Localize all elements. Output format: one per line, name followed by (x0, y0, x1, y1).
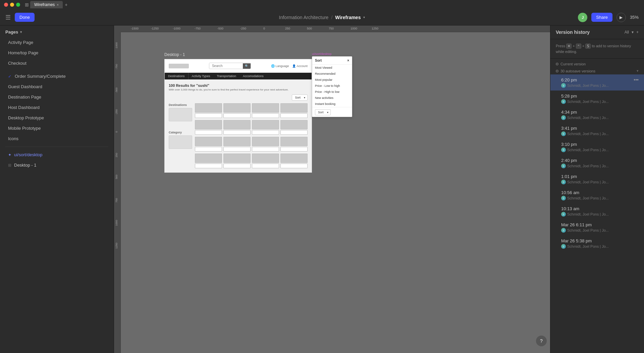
sidebar-item-desktop-1[interactable]: ⊞ Desktop - 1 (3, 160, 111, 170)
menu-icon[interactable]: ☰ (5, 14, 11, 21)
version-author-avatar: S (561, 244, 566, 249)
sort-popup-close-icon[interactable]: × (347, 59, 349, 62)
dropdown-chevron-icon[interactable]: ▾ (363, 15, 365, 19)
sidebar-item-guest-dashboard[interactable]: Guest Dashboard (3, 82, 111, 92)
maximize-button[interactable] (16, 3, 20, 7)
wf-grid-cell[interactable] (280, 103, 308, 113)
minimize-button[interactable] (10, 3, 14, 7)
version-entry-10-13am[interactable]: 10:13 am ••• S Schmidt, Joel Pons | Jo..… (550, 203, 644, 219)
version-entry-6-20pm[interactable]: 6:20 pm ••• S Schmidt, Joel Pons | Jo... (550, 74, 644, 91)
sidebar-item-activity-page[interactable]: Activity Page (3, 38, 111, 47)
sidebar-item-home-page[interactable]: Home/top Page (3, 48, 111, 58)
pages-chevron-icon[interactable]: ▾ (20, 30, 22, 34)
version-author-text: Schmidt, Joel Pons | Jo... (567, 244, 609, 248)
wf-grid-cell[interactable] (195, 137, 222, 146)
version-entry-5-28pm[interactable]: 5:28 pm ••• S Schmidt, Joel Pons | Jo... (550, 91, 644, 107)
wf-search[interactable]: 🔍 (209, 63, 251, 69)
version-author-text: Schmidt, Joel Pons | Jo... (567, 164, 609, 168)
sidebar-item-order-summary[interactable]: ✓ Order Summary/Complete (3, 71, 111, 81)
version-author-text: Schmidt, Joel Pons | Jo... (567, 100, 609, 104)
wf-search-input[interactable] (209, 63, 243, 69)
wf-filter-box[interactable] (169, 135, 192, 149)
wf-search-button[interactable]: 🔍 (243, 63, 251, 69)
sidebar-item-host-dashboard[interactable]: Host Dashboard (3, 103, 111, 112)
sort-popup[interactable]: Sort × Most Viewed Recommended Most popu… (312, 56, 352, 117)
canvas-area[interactable]: -1500 -1250 -1000 -750 -500 -250 0 250 5… (114, 25, 550, 353)
wf-grid-cell[interactable] (280, 137, 308, 146)
wf-grid-cell[interactable] (223, 154, 251, 163)
wf-nav-destinations[interactable]: Destinations (165, 73, 189, 79)
sort-popup-sort-button[interactable]: Sort ▾ (315, 109, 331, 115)
wf-header-right: 🌐 Language 👤 Account (271, 64, 308, 68)
help-button[interactable]: ? (536, 336, 547, 346)
ruler-left: -1000 -750 -500 -250 0 250 500 750 1000 … (114, 32, 121, 353)
wireframe-desktop-1[interactable]: 🔍 🌐 Language 👤 Account Destinations Acti… (164, 59, 312, 173)
wf-nav-accommodations[interactable]: Accomodations (239, 73, 267, 79)
wf-nav-transportation[interactable]: Transportation (213, 73, 239, 79)
wf-grid-cell[interactable] (195, 103, 222, 113)
wf-filter-box[interactable] (169, 108, 192, 121)
wf-grid-cell[interactable] (223, 103, 251, 113)
wf-grid-cell[interactable] (252, 120, 279, 129)
tab-label: Wireframes (34, 2, 55, 7)
sort-option-new-activities[interactable]: New activities (312, 95, 352, 101)
wf-filter-category: Category (169, 131, 192, 149)
version-entry-2-40pm[interactable]: 2:40 pm ••• S Schmidt, Joel Pons | Jo... (550, 155, 644, 171)
wf-grid-cell[interactable] (280, 120, 308, 129)
wf-grid-cell-white (252, 113, 279, 118)
sort-option-recommended[interactable]: Recommended (312, 71, 352, 77)
wf-account-link[interactable]: 👤 Account (292, 64, 308, 68)
wf-grid-cell[interactable] (195, 120, 222, 129)
version-author-avatar: S (561, 212, 566, 217)
sort-option-most-viewed[interactable]: Most Viewed (312, 65, 352, 71)
wf-language-link[interactable]: 🌐 Language (271, 64, 289, 68)
sidebar-item-destination-page[interactable]: Destination Page (3, 92, 111, 102)
sidebar-item-component[interactable]: ✦ ui/sort/desktop (3, 150, 111, 160)
sort-option-price-low[interactable]: Price - Low to high (312, 83, 352, 89)
wf-grid-cell[interactable] (223, 120, 251, 129)
grid-icon[interactable]: ⊞ (25, 2, 29, 7)
version-add-icon[interactable]: + (636, 30, 639, 35)
version-filter-label[interactable]: All (625, 30, 629, 35)
sidebar-item-mobile-prototype[interactable]: Mobile Prototype (3, 123, 111, 133)
version-entry-3-10pm[interactable]: 3:10 pm ••• S Schmidt, Joel Pons | Jo... (550, 139, 644, 155)
wf-grid-cell[interactable] (252, 154, 279, 163)
toolbar-left: ☰ Done (5, 13, 35, 22)
wf-grid-cell[interactable] (280, 154, 308, 163)
sidebar-item-desktop-prototype[interactable]: Desktop Prototype (3, 113, 111, 123)
wf-sort-button[interactable]: Sort ▾ (292, 95, 308, 101)
sort-option-most-popular[interactable]: Most popular (312, 77, 352, 83)
sort-option-instant-booking[interactable]: Instant booking (312, 101, 352, 107)
wireframe-frame-label: Desktop - 1 (164, 52, 185, 57)
version-chevron-icon[interactable]: ▾ (632, 30, 634, 35)
wf-grid-cell[interactable] (195, 154, 222, 163)
share-button[interactable]: Share (591, 13, 612, 22)
close-button[interactable] (4, 3, 8, 7)
tab-close-icon[interactable]: × (57, 3, 59, 7)
zoom-level[interactable]: 35% (630, 15, 639, 20)
wf-grid-cell-white (252, 147, 279, 152)
version-entry-1-01pm[interactable]: 1:01 pm ••• S Schmidt, Joel Pons | Jo... (550, 171, 644, 187)
wf-nav-activity-types[interactable]: Activity Types (189, 73, 214, 79)
wf-grid-cell-white (195, 130, 222, 135)
keyboard-shortcut: ⌃ (576, 44, 581, 49)
sort-option-price-high[interactable]: Price - High to low (312, 89, 352, 95)
sidebar-item-checkout[interactable]: Checkout (3, 58, 111, 68)
wf-grid-area (195, 103, 308, 168)
ruler-label: 750 (115, 198, 118, 202)
version-entry-10-56am[interactable]: 10:56 am ••• S Schmidt, Joel Pons | Jo..… (550, 187, 644, 203)
version-entry-3-41pm[interactable]: 3:41 pm ••• S Schmidt, Joel Pons | Jo... (550, 123, 644, 139)
add-tab-button[interactable]: + (63, 1, 69, 8)
version-entry-mar26-6pm[interactable]: Mar 26 6:11 pm ••• S Schmidt, Joel Pons … (550, 219, 644, 235)
version-entry-4-34pm[interactable]: 4:34 pm ••• S Schmidt, Joel Pons | Jo... (550, 107, 644, 123)
version-more-icon[interactable]: ••• (634, 77, 639, 82)
play-button[interactable]: ▶ (616, 13, 626, 22)
sidebar-item-icons[interactable]: Icons (3, 134, 111, 143)
wf-grid-cell[interactable] (223, 137, 251, 146)
wf-grid-cell[interactable] (252, 137, 279, 146)
active-tab[interactable]: Wireframes × (30, 1, 63, 8)
version-entry-mar26-5pm[interactable]: Mar 26 5:38 pm ••• S Schmidt, Joel Pons … (550, 235, 644, 251)
wf-grid-cell[interactable] (252, 103, 279, 113)
done-button[interactable]: Done (15, 13, 35, 22)
autosave-expand-icon[interactable]: ▾ (637, 69, 639, 73)
